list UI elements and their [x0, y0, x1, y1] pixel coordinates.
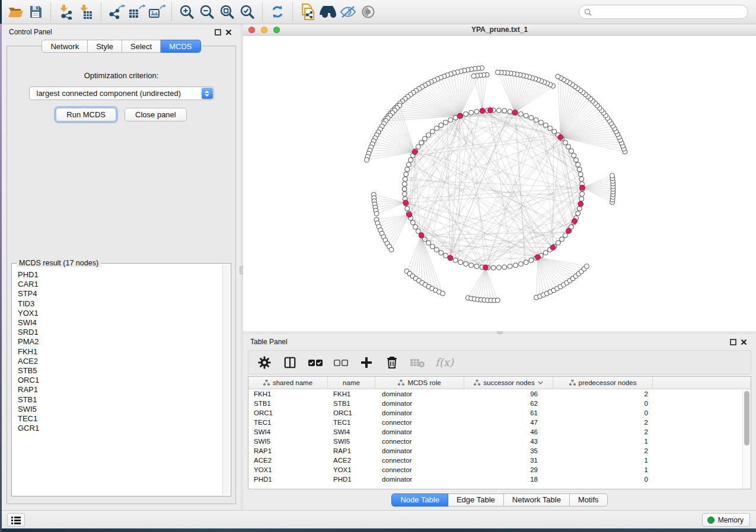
- network-canvas[interactable]: [243, 36, 756, 331]
- delete-column-icon[interactable]: [384, 355, 400, 370]
- memory-button[interactable]: Memory: [702, 513, 750, 527]
- mcds-result-item[interactable]: SWI4: [18, 318, 221, 328]
- save-session-icon[interactable]: [25, 2, 46, 21]
- table-row[interactable]: YOX1YOX1connector291: [248, 465, 751, 475]
- tab-network-table[interactable]: Network Table: [504, 493, 570, 507]
- import-network-icon[interactable]: [56, 2, 76, 21]
- table-cell: FKH1: [248, 390, 328, 398]
- mcds-result-item[interactable]: SWI5: [18, 405, 221, 414]
- open-file-icon[interactable]: [5, 2, 25, 21]
- search-input[interactable]: [594, 7, 748, 17]
- show-all-eye-icon[interactable]: [358, 2, 378, 21]
- table-row[interactable]: SWI5SWI5connector431: [248, 437, 751, 446]
- table-cell: SWI4: [328, 428, 375, 435]
- toolbar-separator: [101, 3, 101, 21]
- search-box[interactable]: [579, 5, 748, 19]
- network-window-titlebar: YPA_prune.txt_1: [243, 24, 756, 36]
- table-cell: 1: [553, 457, 653, 464]
- mcds-result-item[interactable]: TEC1: [18, 414, 221, 424]
- tab-style[interactable]: Style: [88, 40, 122, 53]
- mcds-result-item[interactable]: FKH1: [18, 347, 221, 357]
- table-scrollbar-thumb[interactable]: [744, 391, 749, 446]
- table-cell: RAP1: [248, 447, 328, 454]
- close-panel-icon[interactable]: [738, 337, 749, 347]
- mcds-result-item[interactable]: CAR1: [18, 280, 221, 289]
- close-panel-button[interactable]: Close panel: [125, 108, 187, 121]
- show-columns-icon[interactable]: [282, 355, 298, 370]
- mcds-result-item[interactable]: YOX1: [18, 309, 221, 318]
- mcds-result-list[interactable]: PHD1CAR1STP4TID3YOX1SWI4SRD1PMA2FKH1ACE2…: [13, 269, 221, 495]
- mcds-result-item[interactable]: TID3: [18, 299, 221, 309]
- mcds-result-item[interactable]: GCR1: [18, 424, 221, 433]
- mcds-result-item[interactable]: PMA2: [18, 337, 221, 347]
- table-row[interactable]: FKH1FKH1dominator962: [248, 389, 751, 399]
- table-scrollbar[interactable]: [742, 389, 751, 489]
- table-cell: 35: [464, 447, 553, 454]
- zoom-fit-icon[interactable]: [217, 2, 237, 21]
- control-panel-tabs: NetworkStyleSelectMCDS: [2, 40, 241, 53]
- settings-gear-icon[interactable]: [257, 355, 272, 370]
- table-row[interactable]: PHD1PHD1dominator180: [248, 475, 751, 484]
- select-all-icon[interactable]: [308, 355, 323, 370]
- tab-network[interactable]: Network: [42, 40, 88, 53]
- zoom-out-icon[interactable]: [197, 2, 217, 21]
- optimization-criterion-select[interactable]: largest connected component (undirected): [29, 86, 214, 100]
- mcds-result-item[interactable]: STB1: [18, 395, 221, 405]
- tab-node-table[interactable]: Node Table: [391, 493, 448, 507]
- horizontal-splitter-handle[interactable]: [497, 331, 503, 334]
- table-row[interactable]: ORC1ORC1dominator610: [248, 408, 751, 418]
- deselect-all-icon[interactable]: [333, 355, 349, 370]
- mcds-result-item[interactable]: ORC1: [18, 376, 221, 385]
- mcds-result-item[interactable]: PHD1: [18, 270, 221, 280]
- memory-label: Memory: [718, 516, 744, 524]
- run-mcds-button[interactable]: Run MCDS: [56, 108, 116, 121]
- float-panel-icon[interactable]: [728, 337, 738, 347]
- export-table-icon[interactable]: [126, 2, 146, 21]
- export-network-icon[interactable]: [106, 2, 126, 21]
- table-cell: 1: [553, 438, 653, 445]
- add-column-icon[interactable]: [359, 355, 374, 370]
- first-neighbors-icon[interactable]: [318, 2, 338, 21]
- column-header-MCDS-role[interactable]: MCDS role: [375, 377, 464, 389]
- table-row[interactable]: SWI4SWI4dominator462: [248, 427, 751, 437]
- table-cell: TEC1: [328, 419, 375, 426]
- mcds-result-item[interactable]: STP4: [18, 289, 221, 299]
- zoom-in-icon[interactable]: [177, 2, 197, 21]
- column-header-successor-nodes[interactable]: successor nodes: [464, 377, 553, 389]
- table-cell: 96: [464, 390, 553, 398]
- table-row[interactable]: STB1STB1dominator620: [248, 399, 751, 408]
- task-history-button[interactable]: [7, 513, 25, 527]
- tab-motifs[interactable]: Motifs: [570, 493, 608, 507]
- minimize-window-icon[interactable]: [261, 27, 267, 33]
- export-image-icon[interactable]: [146, 2, 167, 21]
- table-row[interactable]: RAP1RAP1dominator352: [248, 446, 751, 456]
- mcds-result-item[interactable]: ACE2: [18, 357, 221, 366]
- tab-edge-table[interactable]: Edge Table: [448, 493, 504, 507]
- close-panel-icon[interactable]: [223, 27, 234, 37]
- mcds-result-item[interactable]: STB5: [18, 366, 221, 376]
- toolbar-separator: [292, 3, 293, 21]
- clone-network-icon[interactable]: [298, 2, 318, 21]
- table-row[interactable]: TEC1TEC1connector472: [248, 418, 751, 427]
- mcds-result-item[interactable]: SRD1: [18, 328, 221, 337]
- refresh-icon[interactable]: [267, 2, 288, 21]
- float-panel-icon[interactable]: [212, 27, 223, 37]
- maximize-window-icon[interactable]: [273, 27, 280, 33]
- mcds-result-scrollbar[interactable]: [222, 265, 229, 495]
- table-cell: SWI5: [328, 438, 375, 445]
- table-cell: 2: [553, 419, 653, 426]
- table-tabs-bar: Node TableEdge TableNetwork TableMotifs: [243, 489, 756, 510]
- import-table-icon[interactable]: [76, 2, 96, 21]
- zoom-selected-icon[interactable]: [237, 2, 257, 21]
- memory-status-icon: [707, 517, 714, 524]
- column-header-name[interactable]: name: [328, 377, 375, 389]
- table-row[interactable]: ACE2ACE2connector311: [248, 456, 751, 465]
- column-header-shared-name[interactable]: shared name: [248, 377, 328, 389]
- tab-mcds[interactable]: MCDS: [161, 40, 200, 53]
- mcds-result-item[interactable]: RAP1: [18, 385, 221, 395]
- horizontal-splitter[interactable]: [243, 331, 756, 334]
- hide-selected-eye-icon[interactable]: [338, 2, 358, 21]
- tab-select[interactable]: Select: [122, 40, 161, 53]
- close-window-icon[interactable]: [248, 27, 255, 33]
- column-header-predecessor-nodes[interactable]: predecessor nodes: [553, 377, 653, 389]
